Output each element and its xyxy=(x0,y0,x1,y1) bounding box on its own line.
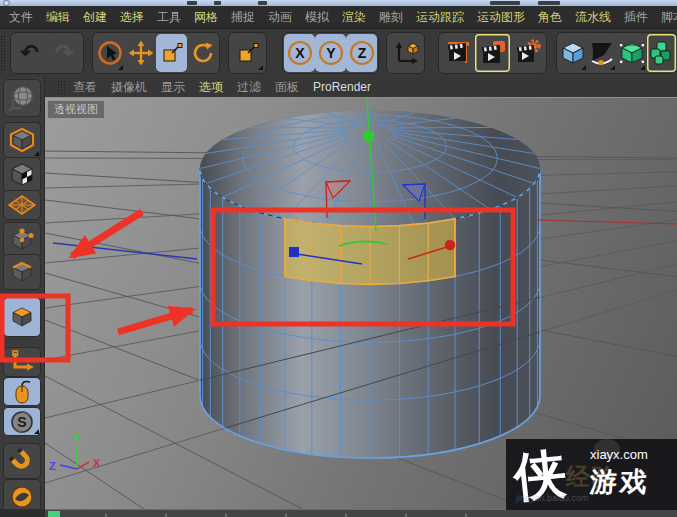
vp-menu-filter[interactable]: 过滤 xyxy=(237,79,261,96)
vp-menu-cameras[interactable]: 摄像机 xyxy=(111,79,147,96)
edges-mode-button[interactable] xyxy=(3,254,41,290)
render-settings-button[interactable] xyxy=(510,34,545,72)
menu-select[interactable]: 选择 xyxy=(120,9,144,26)
live-selection-icon xyxy=(97,40,123,66)
menu-file[interactable]: 文件 xyxy=(9,9,33,26)
points-mode-button[interactable] xyxy=(3,222,41,258)
menu-mograph[interactable]: 运动图形 xyxy=(477,9,525,26)
viewport-menu-grip[interactable] xyxy=(57,80,65,94)
model-mode-button[interactable] xyxy=(3,122,41,158)
enable-axis-icon xyxy=(9,350,35,374)
menu-animate[interactable]: 动画 xyxy=(268,9,292,26)
vp-menu-view[interactable]: 查看 xyxy=(73,79,97,96)
z-axis-gizmo-handle[interactable] xyxy=(445,240,455,250)
title-text-fragment xyxy=(258,1,267,5)
menu-plugins[interactable]: 插件 xyxy=(624,9,648,26)
y-axis-gizmo-handle[interactable] xyxy=(363,131,374,141)
rotate-tool-button[interactable] xyxy=(187,34,218,72)
vp-menu-options[interactable]: 选项 xyxy=(199,79,223,96)
svg-text:Y: Y xyxy=(326,45,336,61)
undo-button[interactable]: ↶ xyxy=(12,34,47,72)
menu-character[interactable]: 角色 xyxy=(538,9,562,26)
main-toolbar: ↶ ↷ xyxy=(0,29,677,78)
enable-axis-button[interactable] xyxy=(3,347,41,377)
app-window: { "menu_bar": { "items": [ {"label":"文件"… xyxy=(0,0,677,517)
x-axis-gizmo-handle[interactable] xyxy=(289,247,299,257)
vp-menu-prorender[interactable]: ProRender xyxy=(313,80,371,94)
swirl-tool-icon xyxy=(9,484,35,510)
menu-script[interactable]: 脚本 xyxy=(661,9,677,26)
menu-mesh[interactable]: 网格 xyxy=(194,9,218,26)
live-selection-button[interactable] xyxy=(94,34,125,72)
render-view-button[interactable] xyxy=(440,34,475,72)
spline-pen-button[interactable] xyxy=(588,34,618,72)
redo-button[interactable]: ↷ xyxy=(47,34,82,72)
rotate-icon xyxy=(190,40,216,66)
watermark-box: 经验 侠 xiayx.com 游戏 jingyan.baidu.com xyxy=(506,439,677,510)
menu-render[interactable]: 渲染 xyxy=(342,9,366,26)
snap-s-icon: S xyxy=(9,409,35,435)
title-text-fragment xyxy=(538,1,560,5)
subdivision-surface-button[interactable] xyxy=(617,34,647,72)
navigation-globe-button[interactable] xyxy=(3,79,41,117)
points-mode-icon xyxy=(9,227,35,253)
spline-pen-icon xyxy=(589,40,615,66)
polygons-mode-button[interactable] xyxy=(3,297,41,337)
last-tool-scale-icon xyxy=(235,40,261,66)
timeline-marker[interactable] xyxy=(48,511,60,517)
volume-builder-icon xyxy=(648,40,674,66)
render-picture-viewer-button[interactable] xyxy=(475,34,510,72)
menu-tools[interactable]: 工具 xyxy=(157,9,181,26)
x-axis-lock-button[interactable]: X xyxy=(284,34,315,72)
texture-mode-button[interactable] xyxy=(3,157,41,193)
magnet-icon xyxy=(9,448,35,474)
mode-palette: S xyxy=(0,77,45,517)
undo-icon: ↶ xyxy=(20,42,38,64)
render-settings-icon xyxy=(514,39,542,67)
menu-sculpt[interactable]: 雕刻 xyxy=(379,9,403,26)
primitive-cube-button[interactable] xyxy=(558,34,588,72)
menu-edit[interactable]: 编辑 xyxy=(46,9,70,26)
title-text-fragment xyxy=(214,1,221,5)
move-tool-button[interactable] xyxy=(125,34,156,72)
last-used-tool-button[interactable] xyxy=(230,34,265,72)
viewport-label[interactable]: 透视视图 xyxy=(47,100,105,119)
vp-menu-panel[interactable]: 面板 xyxy=(275,79,299,96)
timeline-ruler[interactable] xyxy=(45,509,677,517)
toolbar-grip[interactable] xyxy=(0,35,7,71)
viewport-solo-mouse-icon xyxy=(9,379,35,405)
scale-tool-button[interactable] xyxy=(156,34,187,72)
workplane-mode-icon xyxy=(8,194,36,216)
menu-pipeline[interactable]: 流水线 xyxy=(575,9,611,26)
z-axis-lock-button[interactable]: Z xyxy=(346,34,377,72)
magnet-button[interactable] xyxy=(3,443,41,479)
title-text-fragment xyxy=(490,1,520,5)
workplane-mode-button[interactable] xyxy=(3,190,41,220)
timeline-strip xyxy=(0,509,677,517)
navigation-globe-icon xyxy=(8,84,36,112)
watermark-site-url: xiayx.com xyxy=(590,447,648,462)
menu-snap[interactable]: 捕捉 xyxy=(231,9,255,26)
svg-text:X: X xyxy=(295,45,305,61)
menu-motion-tracker[interactable]: 运动跟踪 xyxy=(416,9,464,26)
world-axis-widget: Y Z X xyxy=(49,432,101,472)
render-group xyxy=(438,32,547,74)
axis-z-label: Z xyxy=(49,460,56,472)
coordinate-system-icon xyxy=(392,39,420,67)
edges-mode-icon xyxy=(9,259,35,285)
watermark-sub-text: jingyan.baidu.com xyxy=(516,493,589,503)
redo-icon: ↷ xyxy=(55,42,73,64)
vp-menu-display[interactable]: 显示 xyxy=(161,79,185,96)
y-axis-lock-button[interactable]: Y xyxy=(315,34,346,72)
viewport-solo-button[interactable] xyxy=(3,377,41,406)
undo-redo-group: ↶ ↷ xyxy=(10,32,84,74)
menu-create[interactable]: 创建 xyxy=(83,9,107,26)
volume-builder-button[interactable] xyxy=(647,34,677,72)
svg-text:Z: Z xyxy=(357,45,366,61)
model-mode-icon xyxy=(9,127,35,153)
create-objects-group xyxy=(556,32,677,74)
move-icon xyxy=(128,40,154,66)
menu-simulate[interactable]: 模拟 xyxy=(305,9,329,26)
coordinate-system-button[interactable] xyxy=(388,34,423,72)
snap-button[interactable]: S xyxy=(3,407,41,436)
